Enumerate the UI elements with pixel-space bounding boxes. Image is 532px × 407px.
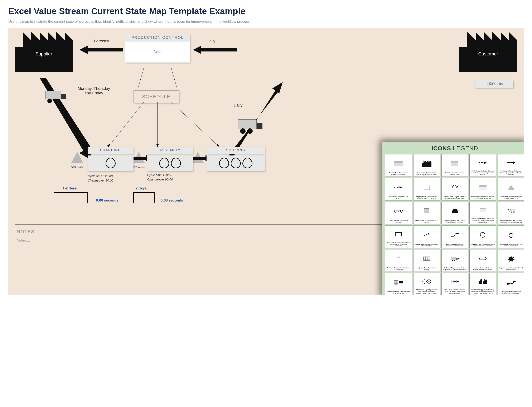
legend-icon — [443, 250, 467, 267]
svg-marker-7 — [107, 144, 110, 147]
page-subtitle: Use this map to illustrate the current s… — [8, 20, 524, 24]
legend-cell: Push Arrow: Indicates the act of materia… — [469, 154, 496, 177]
legend-icon — [470, 250, 495, 267]
operator-icon — [159, 158, 169, 168]
svg-rect-45 — [479, 187, 486, 190]
legend-text: Heijunka Box: Depicts load leveling. — [414, 267, 439, 271]
legend-icon: FIFO — [443, 274, 467, 289]
legend-icon — [386, 274, 411, 291]
svg-rect-68 — [424, 257, 430, 260]
svg-rect-13 — [46, 91, 61, 99]
operator-icon — [219, 158, 229, 168]
legend-cell: Improvement: Kaizen bursts and improveme… — [498, 249, 524, 272]
legend-cell: 0:00Timeline: The timeline/time taken fo… — [385, 249, 412, 272]
customer-factory-icon: Customer — [459, 32, 517, 72]
legend-icon — [386, 179, 411, 196]
legend-icon — [499, 203, 524, 220]
legend-text: Timeline: The timeline/time taken for pr… — [386, 267, 411, 271]
legend-cell: Finished Goods: Represents finished good… — [442, 202, 468, 224]
process-shipping-body — [207, 156, 265, 171]
svg-point-93 — [507, 284, 508, 285]
svg-rect-54 — [452, 211, 458, 213]
legend-text: Production Control: Represents the centr… — [470, 196, 495, 199]
legend-icon — [443, 203, 467, 220]
process-branding-header: BRANDING — [88, 147, 134, 154]
legend-cell: FIFOFIFO LANE: First In, First Out – eac… — [442, 273, 468, 295]
svg-marker-11 — [217, 144, 219, 147]
legend-text: Push Arrow: Indicates the act of materia… — [470, 170, 495, 176]
legend-icon: S — [443, 179, 467, 196]
legend-text: FIFO LANE: First In, First Out – each pa… — [443, 289, 467, 294]
svg-marker-46 — [508, 185, 515, 190]
legend-cell: Manual Info: Represents manual informati… — [413, 226, 440, 248]
svg-rect-31 — [451, 163, 458, 166]
process-assembly-body — [147, 156, 193, 171]
legend-cell: Heijunka Box: Depicts load leveling. — [413, 249, 440, 272]
timeline-bot1: 0:00 seconds — [96, 198, 119, 203]
legend-cell: Customer/Supplier (Extended): More detai… — [469, 273, 496, 295]
customer-truck-icon — [238, 117, 265, 135]
operator-icon — [171, 158, 181, 168]
legend-cell: iQInformation / Quality Control: More de… — [413, 273, 440, 295]
svg-marker-37 — [400, 186, 403, 188]
legend-icon — [470, 274, 495, 289]
svg-rect-18 — [238, 120, 257, 129]
process-branding-meta: Cycle time 120:00 Changeover 90:00 — [88, 174, 113, 183]
svg-marker-78 — [479, 257, 487, 260]
legend-icon — [499, 227, 524, 243]
legend-icon — [499, 250, 524, 267]
legend-text: Data Box: Contains process-related data. — [443, 172, 467, 176]
legend-text: Load Leveling: Shows load leveling. — [386, 220, 411, 223]
legend-text: Transportation: Specific for different t… — [499, 291, 524, 294]
legend-text: Production Kanban: Production needed of … — [470, 218, 495, 223]
legend-cell: Operator Icon: Represents the number of … — [498, 226, 524, 248]
legend-cell: Safety Stock: Shows safety stock levels. — [413, 202, 440, 224]
legend-text: Information / Quality Control: More deta… — [414, 289, 439, 294]
svg-text:0:00: 0:00 — [397, 256, 400, 258]
svg-marker-29 — [422, 160, 431, 167]
svg-marker-35 — [507, 161, 516, 164]
svg-text:i: i — [424, 281, 424, 283]
legend-icon: 0:00 — [386, 250, 411, 267]
svg-marker-89 — [457, 281, 459, 282]
legend-text: Inventory: Indicates inventory between p… — [499, 196, 524, 199]
legend-icon — [443, 155, 467, 172]
legend-icon: iQ — [414, 274, 439, 289]
svg-marker-34 — [484, 161, 487, 164]
svg-point-66 — [509, 233, 513, 238]
legend-text: Communication: Different forms of commun… — [386, 291, 411, 294]
legend-icon — [499, 155, 524, 170]
svg-rect-44 — [479, 185, 486, 187]
operator-icon — [105, 158, 116, 168]
legend-text: Process Box: Represents a process or ope… — [386, 172, 411, 176]
timeline-icon — [54, 188, 200, 207]
svg-rect-92 — [507, 282, 510, 284]
legend-cell: Production Kanban: Production needed of … — [469, 202, 496, 224]
svg-line-6 — [108, 102, 144, 147]
svg-text:Q: Q — [428, 281, 430, 283]
legend-cell: Pull Arrow: Indicates a pull system. — [385, 178, 412, 201]
legend-text: Electronic Info: Depicts electronic info… — [443, 243, 467, 247]
process-assembly: ASSEMBLY — [147, 147, 193, 171]
legend-text: External Shipment: Indicates shipments t… — [443, 267, 467, 271]
legend-icon — [414, 227, 439, 243]
legend-icon — [414, 155, 439, 172]
legend-text: Supermarket: Stockpoint that acts as a b… — [414, 196, 439, 199]
svg-line-4 — [138, 68, 144, 89]
legend-text: Physical Pull: Indicates the act of phys… — [470, 243, 495, 247]
process-shipping-header: SHIPPING — [207, 147, 265, 154]
legend-text: Work Cell: Represents a work cell config… — [386, 242, 411, 247]
timeline-top2: 2 days — [136, 186, 147, 190]
svg-point-75 — [452, 260, 453, 261]
svg-rect-55 — [453, 209, 457, 211]
process-assembly-meta: Cycle time 120:00 Changeover 90:00 — [147, 173, 173, 181]
legend-text: Internal Shipment: Shows internal materi… — [470, 267, 495, 271]
legend-icon — [386, 203, 411, 220]
svg-marker-90 — [479, 279, 482, 284]
legend-icon — [499, 274, 524, 291]
legend-icon — [443, 227, 467, 243]
legend-cell: Transportation: Specific for different t… — [498, 273, 524, 295]
timeline-top1: 1-2 days — [63, 186, 77, 190]
legend-text: Shipment Arrow: Indicates finished goods… — [499, 170, 524, 176]
svg-marker-96 — [513, 281, 516, 283]
